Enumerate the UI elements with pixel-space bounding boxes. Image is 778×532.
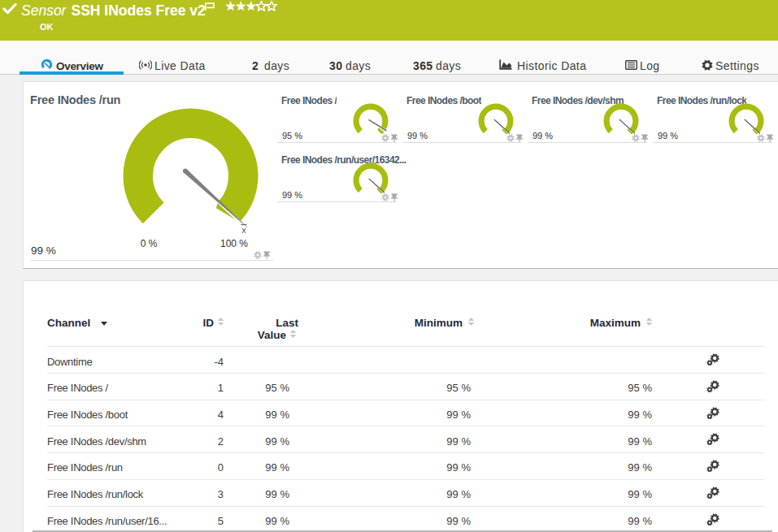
svg-text:x: x (241, 225, 246, 235)
